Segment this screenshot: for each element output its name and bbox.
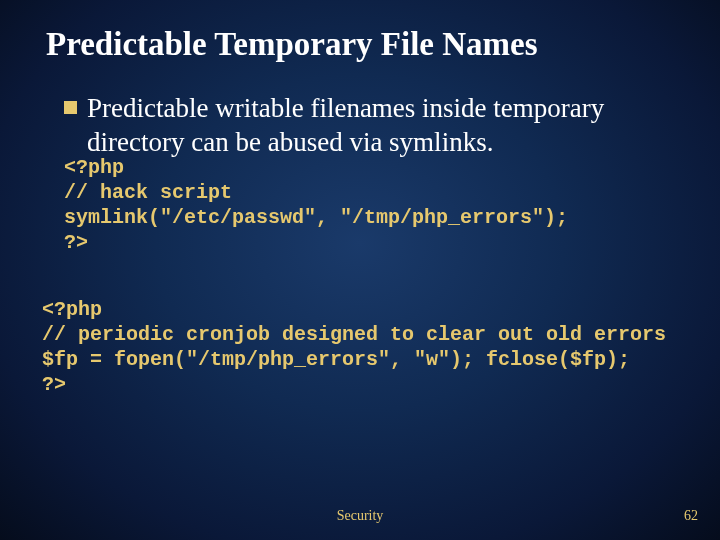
page-number: 62 [684,508,698,524]
footer-label: Security [0,508,720,524]
slide-title: Predictable Temporary File Names [46,26,680,64]
slide: Predictable Temporary File Names Predict… [0,0,720,540]
code-line: // hack script [64,181,232,204]
code-block-cronjob: <?php // periodic cronjob designed to cl… [42,297,680,397]
code-block-hack: <?php // hack script symlink("/etc/passw… [64,155,680,255]
code-line: <?php [64,156,124,179]
square-bullet-icon [64,101,77,114]
bullet-text: Predictable writable filenames inside te… [87,92,680,160]
code-line: symlink("/etc/passwd", "/tmp/php_errors"… [64,206,568,229]
code-line: <?php [42,298,102,321]
code-line: // periodic cronjob designed to clear ou… [42,323,666,346]
code-line: $fp = fopen("/tmp/php_errors", "w"); fcl… [42,348,630,371]
code-line: ?> [42,373,66,396]
bullet-item: Predictable writable filenames inside te… [64,92,680,160]
code-line: ?> [64,231,88,254]
